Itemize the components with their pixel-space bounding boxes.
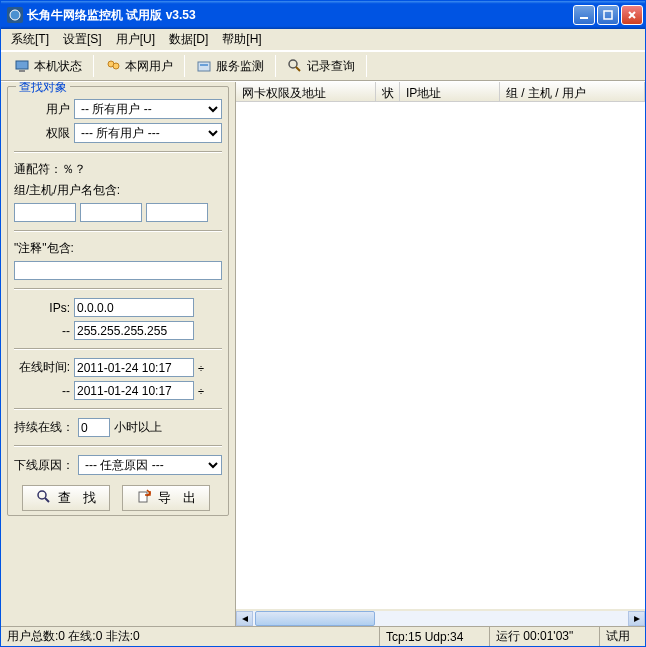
scroll-thumb[interactable] xyxy=(255,611,375,626)
ip-to-input[interactable] xyxy=(74,321,194,340)
offline-reason-select[interactable]: --- 任意原因 --- xyxy=(78,455,222,475)
col-group-host-user[interactable]: 组 / 主机 / 用户 xyxy=(500,82,645,101)
find-button[interactable]: 查 找 xyxy=(22,485,110,511)
toolbar-separator xyxy=(366,55,367,77)
maximize-button[interactable] xyxy=(597,5,619,25)
svg-rect-1 xyxy=(580,17,588,19)
horizontal-scrollbar[interactable]: ◂ ▸ xyxy=(236,609,645,626)
svg-rect-2 xyxy=(604,11,612,19)
offline-reason-label: 下线原因： xyxy=(14,457,74,474)
close-button[interactable] xyxy=(621,5,643,25)
group-input-3[interactable] xyxy=(146,203,208,222)
persist-suffix: 小时以上 xyxy=(114,419,162,436)
col-status[interactable]: 状 xyxy=(376,82,400,101)
svg-point-8 xyxy=(113,63,119,69)
online-from-input[interactable] xyxy=(74,358,194,377)
persist-hours-input[interactable] xyxy=(78,418,110,437)
minimize-button[interactable] xyxy=(573,5,595,25)
user-select[interactable]: -- 所有用户 -- xyxy=(74,99,222,119)
status-tcpudp: Tcp:15 Udp:34 xyxy=(380,627,490,646)
search-legend: 查找对象 xyxy=(16,82,70,96)
status-users: 用户总数:0 在线:0 非法:0 xyxy=(1,627,380,646)
toolbar-separator xyxy=(275,55,276,77)
group-input-2[interactable] xyxy=(80,203,142,222)
toolbar-separator xyxy=(93,55,94,77)
tb-label: 本机状态 xyxy=(34,58,82,75)
app-icon xyxy=(7,7,23,23)
statusbar: 用户总数:0 在线:0 非法:0 Tcp:15 Udp:34 运行 00:01'… xyxy=(1,626,645,646)
status-trial: 试用 xyxy=(600,627,645,646)
col-ip[interactable]: IP地址 xyxy=(400,82,500,101)
tb-label: 服务监测 xyxy=(216,58,264,75)
online-dash: -- xyxy=(14,384,70,398)
scroll-left-arrow[interactable]: ◂ xyxy=(236,611,253,626)
monitor-icon xyxy=(14,58,30,74)
svg-rect-10 xyxy=(200,64,208,66)
svg-rect-6 xyxy=(19,70,25,72)
group-contain-label: 组/主机/用户名包含: xyxy=(14,182,120,199)
group-input-1[interactable] xyxy=(14,203,76,222)
svg-point-11 xyxy=(289,60,297,68)
result-list: 网卡权限及地址 状 IP地址 组 / 主机 / 用户 ◂ ▸ xyxy=(235,82,645,626)
titlebar: 长角牛网络监控机 试用版 v3.53 xyxy=(1,1,645,29)
datetime-picker-icon[interactable]: ÷ xyxy=(198,362,204,374)
tb-local-status[interactable]: 本机状态 xyxy=(5,54,91,79)
scroll-track[interactable] xyxy=(253,611,628,626)
export-icon xyxy=(136,489,152,508)
tb-label: 记录查询 xyxy=(307,58,355,75)
comment-input[interactable] xyxy=(14,261,222,280)
wildcard-label: 通配符：％？ xyxy=(14,161,86,178)
menu-data[interactable]: 数据[D] xyxy=(163,29,214,50)
svg-rect-15 xyxy=(139,492,147,502)
ip-from-input[interactable] xyxy=(74,298,194,317)
menu-system[interactable]: 系统[T] xyxy=(5,29,55,50)
online-to-input[interactable] xyxy=(74,381,194,400)
menu-users[interactable]: 用户[U] xyxy=(110,29,161,50)
svg-line-12 xyxy=(296,67,300,71)
datetime-picker-icon[interactable]: ÷ xyxy=(198,385,204,397)
tb-log-query[interactable]: 记录查询 xyxy=(278,54,364,79)
ips-label: IPs: xyxy=(14,301,70,315)
toolbar: 本机状态 本网用户 服务监测 记录查询 xyxy=(1,51,645,81)
svg-line-14 xyxy=(45,498,49,502)
menubar: 系统[T] 设置[S] 用户[U] 数据[D] 帮助[H] xyxy=(1,29,645,51)
ip-dash: -- xyxy=(14,324,70,338)
menu-help[interactable]: 帮助[H] xyxy=(216,29,267,50)
svg-point-0 xyxy=(10,10,20,20)
search-panel: 查找对象 用户 -- 所有用户 -- 权限 --- 所有用户 --- 通配符：％… xyxy=(1,82,235,626)
tb-net-users[interactable]: 本网用户 xyxy=(96,54,182,79)
tb-label: 本网用户 xyxy=(125,58,173,75)
perm-label: 权限 xyxy=(14,125,70,142)
persist-label: 持续在线： xyxy=(14,419,74,436)
window-title: 长角牛网络监控机 试用版 v3.53 xyxy=(27,7,573,24)
service-icon xyxy=(196,58,212,74)
search-icon xyxy=(287,58,303,74)
status-runtime: 运行 00:01'03" xyxy=(490,627,600,646)
export-button[interactable]: 导 出 xyxy=(122,485,210,511)
tb-service-monitor[interactable]: 服务监测 xyxy=(187,54,273,79)
menu-settings[interactable]: 设置[S] xyxy=(57,29,108,50)
list-header: 网卡权限及地址 状 IP地址 组 / 主机 / 用户 xyxy=(236,82,645,102)
svg-rect-9 xyxy=(198,62,210,71)
toolbar-separator xyxy=(184,55,185,77)
scroll-right-arrow[interactable]: ▸ xyxy=(628,611,645,626)
perm-select[interactable]: --- 所有用户 --- xyxy=(74,123,222,143)
svg-rect-5 xyxy=(16,61,28,69)
list-body[interactable] xyxy=(236,102,645,609)
svg-point-13 xyxy=(38,491,46,499)
search-icon xyxy=(36,489,52,508)
comment-contain-label: "注释"包含: xyxy=(14,240,74,257)
online-time-label: 在线时间: xyxy=(14,359,70,376)
users-icon xyxy=(105,58,121,74)
col-nic-perm[interactable]: 网卡权限及地址 xyxy=(236,82,376,101)
user-label: 用户 xyxy=(14,101,70,118)
